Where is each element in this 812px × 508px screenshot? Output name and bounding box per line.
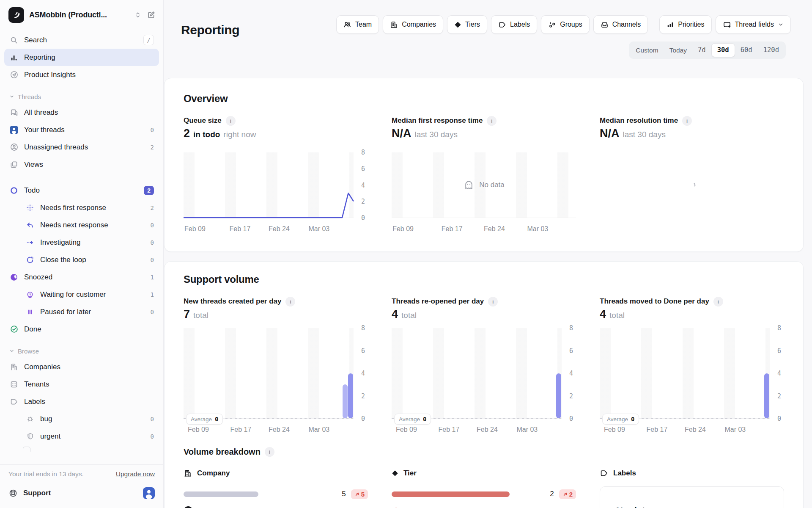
info-icon[interactable]: i [265,447,274,457]
thread-fields-button[interactable]: Thread fields [716,15,791,34]
median-resolution-metric: Median resolution time i N/A last 30 day… [600,116,784,234]
workspace-switcher[interactable]: ASMobbin (Producti... [0,0,163,24]
channels-button[interactable]: Channels [593,15,648,34]
info-icon[interactable]: i [487,116,497,126]
median-first-value: N/A [392,127,411,140]
new-threads-metric: New threads created per day i 7 total Av… [184,296,368,434]
user-avatar[interactable] [143,487,155,499]
item-count: 0 [151,433,154,440]
sidebar-item-waiting-for-customer[interactable]: Waiting for customer 1 [4,286,159,303]
chevron-updown-icon[interactable] [134,11,142,19]
company-item[interactable]: content-mobbin.com [184,505,368,508]
sidebar-item-companies[interactable]: Companies [4,358,159,375]
companies-button[interactable]: Companies [383,15,443,34]
check-circle-icon [9,325,19,334]
item-count: 1 [151,274,154,281]
range-30d[interactable]: 30d [711,43,735,57]
sidebar-item-reporting[interactable]: Reporting [4,49,159,66]
lifebuoy-icon [8,489,18,498]
section-header-threads[interactable]: Threads [4,89,159,104]
labels-button[interactable]: Labels [491,15,537,34]
tag-icon [9,398,19,406]
sidebar-item-search[interactable]: Search / [4,31,159,49]
info-icon[interactable]: i [682,116,692,126]
sidebar-item-snoozed[interactable]: Snoozed 1 [4,268,159,286]
range-custom[interactable]: Custom [630,43,664,57]
item-count: 2 [151,204,154,211]
team-button[interactable]: Team [336,15,379,34]
reopened-total: 4 [392,308,398,321]
company-row[interactable]: 5 5 [184,488,368,500]
sidebar-item-views[interactable]: Views [4,156,159,173]
sidebar-item-unassigned-threads[interactable]: Unassigned threads 2 [4,138,159,156]
bar-chart-icon [9,53,19,62]
item-count: 2 [151,144,154,151]
company-favicon [184,506,193,508]
building-icon [390,21,398,29]
sidebar-item-label-urgent[interactable]: urgent 0 [4,428,159,445]
filter-toolbar: Team Companies Tiers Labels Groups Chann… [336,15,791,34]
sidebar-item-product-insights[interactable]: Product Insights [4,66,159,83]
compose-icon[interactable] [147,11,156,19]
sidebar-item-label-bug[interactable]: bug 0 [4,410,159,428]
tenants-grid-icon [9,380,19,389]
chat-bubbles-icon [9,108,19,117]
range-60d[interactable]: 60d [735,43,758,57]
stacked-squares-icon [9,160,19,169]
search-shortcut: / [143,35,154,45]
tier-row[interactable]: 2 2 [392,488,576,500]
info-icon[interactable]: i [713,297,723,306]
range-120d[interactable]: 120d [758,43,785,57]
chevron-down-icon [9,94,14,99]
sidebar-item-close-the-loop[interactable]: Close the loop 0 [4,251,159,268]
tier-delta-badge: 2 [559,489,576,499]
info-icon[interactable]: i [226,116,236,126]
item-count: 0 [151,416,154,422]
inbox-icon [601,21,609,29]
tier-value: 2 [550,490,554,498]
insights-icon [9,70,19,79]
sidebar-item-labels[interactable]: Labels [4,393,159,410]
sidebar-item-investigating[interactable]: Investigating 0 [4,234,159,251]
item-count: 0 [151,257,154,263]
sidebar-item-needs-first-response[interactable]: Needs first response 2 [4,199,159,216]
upgrade-link[interactable]: Upgrade now [116,470,155,478]
info-icon[interactable]: i [488,297,498,306]
reply-arrow-icon [25,221,35,229]
sidebar-item-needs-next-response[interactable]: Needs next response 0 [4,216,159,234]
median-first-response-metric: Median first response time i N/A last 30… [392,116,576,234]
breakdown-labels: Labels No data [600,468,784,508]
volume-breakdown: Volume breakdown i Company 5 5 [184,447,784,508]
sidebar-item-paused-for-later[interactable]: Paused for later 0 [4,303,159,320]
reopened-threads-metric: Threads re-opened per day i 4 total Aver… [392,296,576,434]
section-header-browse[interactable]: Browse [4,344,159,358]
sidebar-item-your-threads[interactable]: Your threads 0 [4,121,159,138]
search-icon [9,36,19,44]
thread-fields-icon [723,20,731,29]
item-count: 1 [151,291,154,298]
sidebar-item-tenants[interactable]: Tenants [4,375,159,393]
loop-refresh-icon [25,256,35,264]
labels-empty-state: No data [600,486,784,508]
sidebar-item-todo[interactable]: Todo 2 [4,182,159,199]
workspace-logo-icon [8,7,24,23]
sidebar-item-done[interactable]: Done [4,320,159,338]
item-count: 0 [151,222,154,229]
building-icon [9,363,19,371]
company-bar [184,491,258,497]
tier-item[interactable]: Premium Support [392,505,576,508]
item-count: 0 [151,309,154,315]
tag-icon [498,21,506,29]
main-content: Reporting Team Companies Tiers Labels Gr… [164,0,812,508]
range-today[interactable]: Today [664,43,692,57]
user-circle-icon [9,143,19,152]
support-label[interactable]: Support [23,489,137,497]
groups-button[interactable]: Groups [541,15,589,34]
tiers-button[interactable]: Tiers [447,15,487,34]
priorities-button[interactable]: Priorities [659,15,711,34]
sidebar-item-all-threads[interactable]: All threads [4,104,159,121]
range-7d[interactable]: 7d [692,43,711,57]
median-resolution-value: N/A [600,127,620,140]
tier-bar [392,491,510,497]
info-icon[interactable]: i [285,297,295,306]
